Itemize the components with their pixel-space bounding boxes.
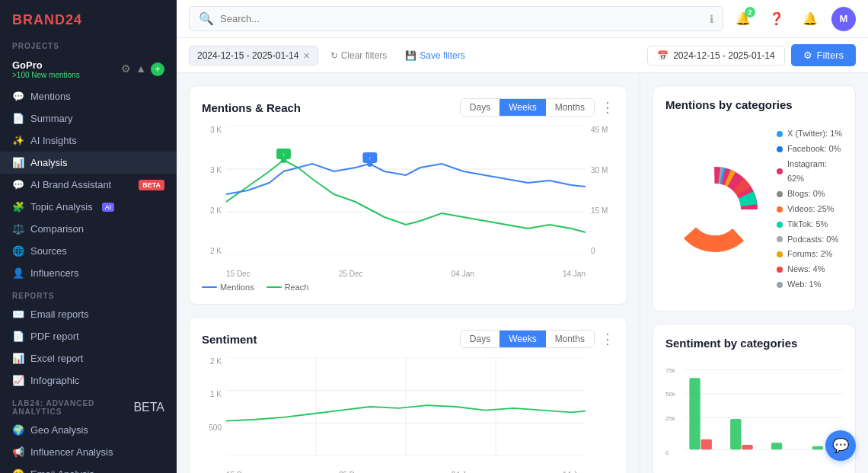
svg-text:0: 0 (665, 449, 669, 455)
content-right: Mentions by categories (640, 73, 868, 473)
help-button[interactable]: ❓ (764, 7, 789, 31)
sidebar-item-sources[interactable]: 🌐 Sources (0, 240, 177, 262)
tab-months[interactable]: Months (546, 99, 594, 116)
sidebar-item-summary[interactable]: 📄 Summary (0, 107, 177, 129)
bar-chart-svg: 75k 50k 25k 0 (665, 359, 843, 465)
sidebar-item-email-reports[interactable]: ✉️ Email reports (0, 303, 177, 325)
legend-mentions-label: Mentions (220, 283, 254, 292)
sidebar-item-mentions[interactable]: 💬 Mentions (0, 85, 177, 107)
sidebar-item-label: Analysis (30, 157, 67, 168)
sidebar-item-influencers[interactable]: 👤 Influencers (0, 262, 177, 284)
brand-assistant-icon: 💬 (12, 179, 24, 190)
svg-text:↑: ↑ (282, 152, 286, 158)
card-menu-icon[interactable]: ⋮ (601, 99, 614, 116)
svg-rect-34 (701, 439, 712, 449)
sidebar-item-label: PDF report (30, 331, 79, 342)
project-badge: >100 New mentions (12, 71, 80, 79)
main-content: 🔍 ℹ 🔔 2 ❓ 🔔 M 2024-12-15 - 2025-01-14 × … (177, 0, 868, 473)
svg-text:25k: 25k (665, 415, 676, 422)
search-box[interactable]: 🔍 ℹ (189, 6, 723, 31)
content-area: Mentions & Reach Days Weeks Months ⋮ 3 K… (177, 73, 868, 473)
infographic-icon: 📈 (12, 375, 24, 386)
filter-chip-close[interactable]: × (303, 50, 309, 62)
filter-chip-text: 2024-12-15 - 2025-01-14 (197, 50, 298, 61)
save-filters-button[interactable]: 💾 Save filters (399, 47, 471, 64)
project-settings-icon[interactable]: ⚙ (121, 62, 131, 76)
svg-rect-33 (689, 378, 700, 449)
sentiment-card-menu-icon[interactable]: ⋮ (601, 331, 614, 347)
clear-filters-button[interactable]: ↻ Clear filters (324, 47, 394, 64)
content-left: Mentions & Reach Days Weeks Months ⋮ 3 K… (177, 73, 640, 473)
sidebar-item-comparison[interactable]: ⚖️ Comparison (0, 218, 177, 240)
chart-legend: Mentions Reach (202, 283, 614, 292)
project-collapse-icon[interactable]: ▲ (136, 62, 146, 76)
excel-report-icon: 📊 (12, 353, 24, 364)
reports-section-label: REPORTS (0, 284, 177, 303)
sidebar-item-infographic[interactable]: 📈 Infographic (0, 369, 177, 392)
notification-badge: 2 (745, 7, 755, 18)
project-header: GoPro >100 New mentions ⚙ ▲ + (0, 53, 177, 85)
chat-bubble-button[interactable]: 💬 (825, 430, 856, 461)
chart-svg: ↑ ↑ (226, 126, 586, 255)
user-avatar[interactable]: M (831, 7, 856, 31)
info-icon: ℹ (710, 13, 713, 25)
mentions-reach-chart: 3 K 3 K 2 K 2 K 45 M 30 M 15 M 0 (202, 126, 614, 278)
emoji-analysis-icon: 😊 (12, 468, 24, 473)
legend-reach: Reach (266, 283, 309, 292)
sentiment-categories-header: Sentiment by categories (665, 337, 843, 350)
search-icon: 🔍 (199, 11, 214, 26)
sidebar-item-excel-report[interactable]: 📊 Excel report (0, 347, 177, 369)
comparison-icon: ⚖️ (12, 223, 24, 235)
chart-y-right: 45 M 30 M 15 M 0 (588, 126, 614, 255)
sidebar-item-pdf-report[interactable]: 📄 PDF report (0, 325, 177, 347)
sentiment-tab-months[interactable]: Months (546, 331, 594, 347)
sidebar-item-label: Infographic (30, 375, 79, 386)
calendar-icon: 📅 (657, 50, 669, 61)
add-project-button[interactable]: + (151, 62, 164, 76)
pdf-report-icon: 📄 (12, 331, 24, 342)
svg-text:50k: 50k (665, 391, 676, 398)
lab-beta-badge: BETA (133, 401, 164, 414)
save-filters-label: Save filters (420, 50, 464, 61)
insights-icon: ✨ (12, 135, 24, 146)
sidebar-item-label: Influencers (30, 267, 79, 279)
tab-days[interactable]: Days (461, 99, 499, 116)
mentions-reach-card: Mentions & Reach Days Weeks Months ⋮ 3 K… (189, 85, 627, 305)
sidebar-item-ai-insights[interactable]: ✨ AI Insights (0, 129, 177, 152)
sidebar-item-label: Sources (30, 245, 67, 257)
sentiment-header: Sentiment Days Weeks Months ⋮ (202, 330, 614, 348)
clear-filters-label: Clear filters (341, 50, 388, 61)
sidebar-item-influencer-analysis[interactable]: 📢 Influencer Analysis (0, 441, 177, 463)
settings-button[interactable]: 🔔 (798, 7, 822, 31)
sidebar-item-label: Email reports (30, 308, 89, 320)
sentiment-y-labels: 2 K 1 K 500 (202, 357, 225, 456)
topbar: 🔍 ℹ 🔔 2 ❓ 🔔 M (177, 0, 868, 38)
topic-analysis-icon: 🧩 (12, 201, 24, 213)
sidebar-item-label: AI Brand Assistant (30, 179, 111, 190)
notifications-button[interactable]: 🔔 2 (731, 7, 755, 31)
sentiment-tab-days[interactable]: Days (461, 331, 499, 347)
sidebar-item-analysis[interactable]: 📊 Analysis (0, 152, 177, 174)
search-input[interactable] (220, 13, 704, 24)
sidebar-item-emoji-analysis[interactable]: 😊 Emoji Analysis (0, 463, 177, 473)
sources-icon: 🌐 (12, 245, 24, 257)
chart-y-left: 3 K 3 K 2 K 2 K (202, 126, 225, 255)
tab-weeks[interactable]: Weeks (499, 99, 545, 116)
geo-analysis-icon: 🌍 (12, 424, 24, 436)
mentions-categories-title: Mentions by categories (665, 98, 793, 111)
sidebar-item-label: Topic Analysis (30, 201, 93, 213)
sentiment-tab-weeks[interactable]: Weeks (499, 331, 545, 347)
sidebar-item-topic-analysis[interactable]: 🧩 Topic Analysis AI (0, 196, 177, 218)
sidebar-item-geo-analysis[interactable]: 🌍 Geo Analysis (0, 419, 177, 441)
filters-button[interactable]: ⚙ Filters (791, 44, 856, 66)
sidebar-item-label: Influencer Analysis (30, 446, 113, 458)
ai-badge: AI (102, 203, 115, 212)
logo: BRAND24 (0, 0, 177, 34)
topbar-icons: 🔔 2 ❓ 🔔 M (731, 7, 856, 31)
date-range-picker[interactable]: 📅 2024-12-15 - 2025-01-14 (647, 46, 784, 66)
influencers-icon: 👤 (12, 267, 24, 279)
sidebar-item-brand-assistant[interactable]: 💬 AI Brand Assistant BETA (0, 174, 177, 196)
legend-reach-label: Reach (285, 283, 309, 292)
svg-rect-36 (742, 445, 752, 449)
sentiment-categories-card: Sentiment by categories 75k 50k 25k 0 (653, 324, 856, 473)
